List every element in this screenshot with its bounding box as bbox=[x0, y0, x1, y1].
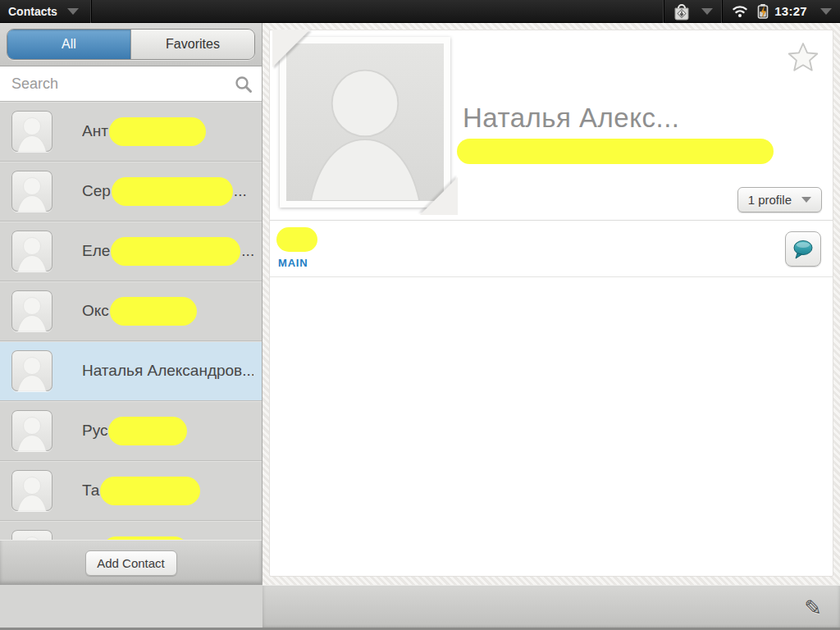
send-message-button[interactable] bbox=[785, 231, 821, 267]
person-silhouette-icon bbox=[11, 231, 52, 272]
phone-number-row[interactable]: MAIN bbox=[270, 220, 833, 277]
contact-name: Рус bbox=[82, 417, 187, 445]
search-icon bbox=[234, 75, 253, 98]
profile-count-label: 1 profile bbox=[748, 193, 792, 207]
contact-name: Еле... bbox=[82, 237, 253, 266]
contact-avatar bbox=[11, 410, 52, 451]
contact-photo[interactable] bbox=[280, 37, 450, 208]
contact-list-item[interactable]: Окс bbox=[0, 281, 262, 341]
contact-header: Наталья Алекс... 1 profile bbox=[270, 30, 833, 220]
wifi-icon bbox=[730, 3, 750, 20]
clock-time: 13:27 bbox=[774, 4, 807, 18]
status-bar: Contacts bbox=[0, 0, 840, 23]
tab-all[interactable]: All bbox=[7, 30, 130, 59]
add-contact-button[interactable]: Add Contact bbox=[85, 550, 177, 576]
contact-name: Ант bbox=[82, 117, 206, 146]
contact-list-item[interactable]: Сер... bbox=[0, 162, 262, 221]
contact-detail-card: Наталья Алекс... 1 profile MAIN bbox=[269, 30, 833, 577]
contact-detail-panel: Наталья Алекс... 1 profile MAIN bbox=[262, 23, 840, 585]
person-silhouette-icon bbox=[11, 290, 52, 331]
topbar-divider bbox=[90, 0, 91, 23]
contact-list-item[interactable]: Ант bbox=[0, 102, 262, 162]
contact-name: Сер... bbox=[82, 177, 247, 206]
person-silhouette-icon bbox=[11, 350, 52, 391]
person-silhouette-icon bbox=[11, 470, 52, 511]
contact-avatar bbox=[11, 290, 52, 331]
person-silhouette-icon bbox=[11, 530, 52, 540]
person-silhouette-icon bbox=[11, 171, 52, 212]
contact-list-item[interactable]: Ок bbox=[0, 521, 262, 540]
system-menu[interactable]: 13:27 bbox=[722, 0, 840, 22]
contact-list-item[interactable]: Еле... bbox=[0, 221, 262, 281]
app-updates-icon bbox=[672, 2, 692, 21]
contacts-sidebar: All Favorites Ант bbox=[0, 23, 262, 585]
sidebar-bottom-bar: Add Contact bbox=[0, 540, 262, 585]
contact-avatar bbox=[11, 350, 52, 391]
search-bar bbox=[0, 66, 262, 102]
contact-list-item[interactable]: Наталья Александров... bbox=[0, 341, 262, 401]
contact-avatar bbox=[11, 530, 52, 540]
photo-corner-fold bbox=[420, 177, 458, 215]
contacts-app-screen: Contacts bbox=[0, 0, 840, 630]
edit-pencil-icon[interactable]: ✎ bbox=[804, 596, 822, 621]
search-input[interactable] bbox=[0, 66, 262, 101]
chevron-down-icon bbox=[701, 8, 713, 15]
contact-list: Ант Сер... Еле... bbox=[0, 102, 262, 540]
contact-avatar bbox=[11, 231, 52, 272]
app-menu-button[interactable]: Contacts bbox=[0, 0, 90, 22]
contact-name: Наталья Александров... bbox=[82, 362, 253, 380]
phone-type-label: MAIN bbox=[278, 257, 308, 269]
tab-favorites[interactable]: Favorites bbox=[130, 30, 254, 59]
contact-name: Та bbox=[82, 477, 200, 505]
contact-list-item[interactable]: Рус bbox=[0, 401, 262, 461]
contact-avatar bbox=[11, 111, 52, 152]
app-menu-label: Contacts bbox=[8, 5, 57, 18]
notification-menu[interactable] bbox=[664, 0, 721, 22]
contact-full-name: Наталья Алекс... bbox=[463, 103, 679, 134]
chevron-down-icon bbox=[67, 8, 79, 15]
list-filter-tabs: All Favorites bbox=[0, 23, 262, 66]
contact-name: Окс bbox=[82, 297, 197, 326]
person-silhouette-icon bbox=[11, 111, 52, 152]
chevron-down-icon bbox=[820, 8, 832, 15]
detail-bottom-bar: ✎ bbox=[262, 585, 840, 630]
contact-avatar bbox=[11, 171, 52, 212]
contact-avatar bbox=[11, 470, 52, 511]
person-silhouette-icon bbox=[11, 410, 52, 451]
contact-list-item[interactable]: Та bbox=[0, 461, 262, 521]
chat-bubble-icon bbox=[792, 239, 815, 260]
favorite-star-icon[interactable] bbox=[785, 40, 821, 76]
chevron-down-icon bbox=[801, 197, 811, 203]
battery-charging-icon bbox=[756, 2, 769, 21]
phone-redaction bbox=[276, 227, 317, 252]
photo-corner-fold bbox=[272, 30, 310, 67]
profile-count-dropdown[interactable]: 1 profile bbox=[737, 187, 822, 212]
name-redaction bbox=[457, 139, 774, 164]
